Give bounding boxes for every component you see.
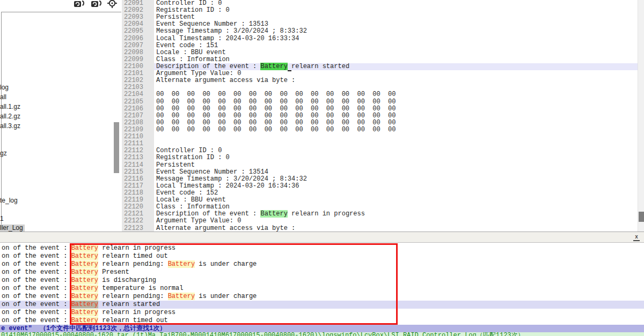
text-segment: is under charge (195, 293, 257, 300)
line-number: 22116 (122, 176, 154, 183)
search-results-list: on of the event : Battery relearn in pro… (0, 243, 644, 326)
result-row-selected[interactable]: on of the event : Battery relearn starte… (0, 301, 644, 309)
code-line[interactable]: Message Timestamp : 3/20/2024 ; 8:33:32 (154, 28, 638, 35)
match-highlight: Battery (168, 260, 195, 268)
code-line[interactable]: Message Timestamp : 3/20/2024 ; 8:34:32 (154, 176, 638, 183)
text-segment: on of the event : (2, 301, 71, 308)
result-row[interactable]: on of the event : Battery relearn timed … (0, 317, 644, 325)
file-item[interactable]: te_log (0, 197, 19, 204)
text-caret (288, 63, 291, 71)
line-number: 22104 (122, 91, 154, 98)
code-line[interactable]: 00 00 00 00 00 00 00 00 00 00 00 00 00 0… (154, 91, 638, 98)
match-highlight: Battery (71, 244, 98, 252)
result-row[interactable]: on of the event : Battery Present (0, 268, 644, 277)
selected-match-highlight: Battery (260, 63, 287, 70)
code-line[interactable]: Event code : 151 (154, 42, 638, 49)
text-segment: relearn pending: (98, 293, 168, 300)
result-row[interactable]: on of the event : Battery is discharging (0, 277, 644, 285)
code-line[interactable]: 00 00 00 00 00 00 00 00 00 00 00 00 00 0… (154, 106, 638, 113)
file-item[interactable]: all.3.gz (0, 123, 22, 130)
text-segment: relearn timed out (98, 252, 168, 260)
editor-scrollbar-thumb[interactable] (639, 212, 644, 222)
code-line[interactable]: Alternate argument access via byte : (154, 77, 638, 84)
match-highlight: Battery (71, 309, 98, 316)
line-number: 22114 (122, 162, 154, 169)
search-file-path-bar[interactable]: 01410M617000015-00040800-1620.tar (1t)Ma… (0, 332, 644, 336)
code-line[interactable]: Argument Type Value: 0 (154, 218, 638, 225)
code-line[interactable] (154, 133, 638, 140)
text-segment: Present (98, 268, 129, 276)
close-icon[interactable]: x (633, 234, 640, 241)
line-number-gutter: 2209122092220932209422095220962209722098… (122, 0, 154, 232)
log-editor[interactable]: 2209122092220932209422095220962209722098… (122, 0, 644, 232)
line-number: 22097 (122, 42, 154, 49)
line-number: 22122 (122, 218, 154, 225)
code-line[interactable]: Registration ID : 0 (154, 7, 638, 14)
code-line[interactable]: 00 00 00 00 00 00 00 00 00 00 00 00 00 0… (154, 126, 638, 133)
text-segment: relearn pending: (98, 260, 168, 268)
text-segment: is discharging (98, 277, 156, 284)
text-segment: Description of the event : (156, 210, 260, 218)
code-line[interactable]: 00 00 00 00 00 00 00 00 00 00 00 00 00 0… (154, 120, 638, 126)
current-match-highlight: Battery (71, 301, 98, 308)
text-segment: is under charge (195, 260, 257, 268)
match-highlight: Battery (71, 252, 98, 260)
line-number: 22107 (122, 113, 154, 120)
sync-folder-icon[interactable] (73, 0, 86, 8)
result-row[interactable]: on of the event : Battery relearn in pro… (0, 309, 644, 317)
match-highlight: Battery (168, 293, 195, 300)
text-segment: on of the event : (2, 277, 71, 284)
line-number: 22106 (122, 106, 154, 113)
code-line[interactable] (154, 140, 638, 147)
file-item[interactable]: log (0, 84, 10, 91)
code-line[interactable]: Alternate argument access via byte : (154, 225, 638, 232)
text-segment: relearn in progress (98, 244, 175, 252)
line-number: 22117 (122, 183, 154, 190)
line-number: 22095 (122, 28, 154, 35)
code-line[interactable]: Event Sequence Number : 13514 (154, 169, 638, 176)
code-line[interactable]: Persistent (154, 162, 638, 169)
code-line[interactable]: 00 00 00 00 00 00 00 00 00 00 00 00 00 0… (154, 113, 638, 120)
result-row[interactable]: on of the event : Battery relearn pendin… (0, 293, 644, 301)
sync-folder-icon-2[interactable] (90, 0, 103, 8)
text-segment: relearn in progress (98, 309, 175, 316)
text-segment: on of the event : (2, 268, 71, 276)
file-item[interactable]: all.1.gz (0, 103, 22, 110)
line-number: 22113 (122, 154, 154, 161)
search-summary-bar[interactable]: e event" （1个文件中匹配到1123次，总计查找1次） (0, 325, 644, 332)
match-highlight: Battery (71, 293, 98, 300)
result-row[interactable]: on of the event : Battery relearn timed … (0, 252, 644, 260)
editor-text-area[interactable]: Controller ID : 0Registration ID : 0Pers… (154, 0, 638, 232)
editor-scrollbar[interactable] (638, 0, 644, 232)
folder-panel-toolbar (0, 0, 122, 12)
text-segment: relearn started (98, 301, 160, 308)
file-item[interactable]: ller_Log (0, 225, 25, 232)
locate-file-icon[interactable] (107, 0, 118, 8)
file-item[interactable]: all.2.gz (0, 113, 22, 120)
file-item[interactable]: all (0, 94, 8, 101)
result-row[interactable]: on of the event : Battery relearn pendin… (0, 260, 644, 268)
text-segment: on of the event : (2, 244, 71, 252)
sidebar-scrollbar-thumb[interactable] (114, 122, 119, 173)
code-line[interactable]: Locale : BBU event (154, 49, 638, 56)
text-segment: on of the event : (2, 317, 71, 324)
file-item[interactable]: gz (0, 150, 9, 157)
text-segment: on of the event : (2, 285, 71, 292)
code-line[interactable]: Registration ID : 0 (154, 154, 638, 161)
line-number: 22108 (122, 120, 154, 126)
line-number: 22098 (122, 49, 154, 56)
text-segment: on of the event : (2, 293, 71, 300)
code-line[interactable]: 00 00 00 00 00 00 00 00 00 00 00 00 00 0… (154, 99, 638, 106)
match-highlight: Battery (71, 285, 98, 292)
result-row[interactable]: on of the event : Battery temperature is… (0, 285, 644, 293)
code-line[interactable]: Local Timestamp : 2024-03-20 16:33:34 (154, 35, 638, 42)
code-line[interactable]: Local Timestamp : 2024-03-20 16:34:36 (154, 183, 638, 190)
text-segment: on of the event : (2, 252, 71, 260)
code-line[interactable]: Event code : 152 (154, 190, 638, 197)
result-row[interactable]: on of the event : Battery relearn in pro… (0, 244, 644, 252)
search-results-panel-header[interactable]: x (0, 232, 644, 243)
line-number: 22096 (122, 35, 154, 42)
match-highlight: Battery (71, 317, 98, 324)
file-item[interactable]: 1 (0, 215, 5, 222)
text-segment: temperature is normal (98, 285, 183, 292)
